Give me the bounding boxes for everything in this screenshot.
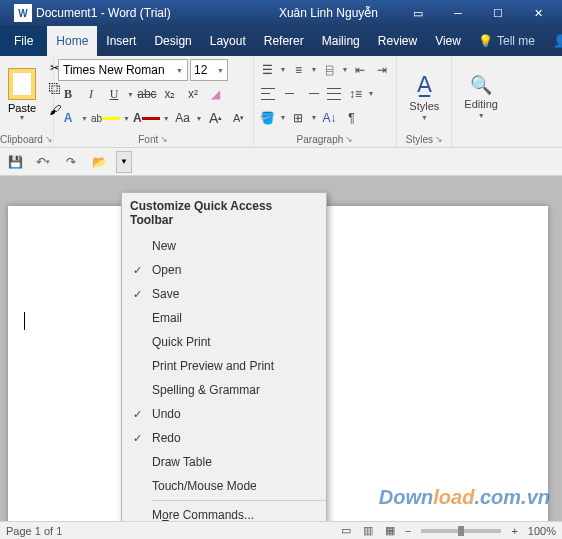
chevron-down-icon[interactable]: ▼ (310, 114, 317, 121)
menu-item-draw-table[interactable]: Draw Table (122, 450, 326, 474)
qat-customize-button[interactable]: ▼ (116, 151, 132, 173)
align-right-button[interactable] (302, 84, 322, 104)
read-mode-button[interactable]: ▭ (336, 523, 356, 539)
tab-insert[interactable]: Insert (97, 26, 145, 56)
change-case-button[interactable]: Aa (173, 108, 193, 128)
underline-button[interactable]: U (104, 84, 124, 104)
styles-group-label: Styles (406, 134, 433, 145)
font-name-combo[interactable]: Times New Roman▼ (58, 59, 188, 81)
menu-item-touch-mouse-mode[interactable]: Touch/Mouse Mode (122, 474, 326, 498)
text-effects-button[interactable]: A (58, 108, 78, 128)
font-size-combo[interactable]: 12▼ (190, 59, 228, 81)
tab-layout[interactable]: Layout (201, 26, 255, 56)
decrease-indent-button[interactable]: ⇤ (350, 60, 370, 80)
text-cursor (24, 312, 25, 330)
tab-home[interactable]: Home (47, 26, 97, 56)
chevron-down-icon[interactable]: ▼ (196, 115, 203, 122)
tell-me-search[interactable]: 💡 Tell me (470, 26, 543, 56)
editing-button[interactable]: 🔍 Editing ▼ (456, 58, 506, 131)
tab-mailings[interactable]: Mailing (313, 26, 369, 56)
font-color-button[interactable]: A (133, 108, 160, 128)
zoom-level[interactable]: 100% (528, 525, 556, 537)
menu-item-open[interactable]: ✓Open (122, 258, 326, 282)
dialog-launcher-icon[interactable]: ↘ (160, 134, 168, 144)
menu-item-save[interactable]: ✓Save (122, 282, 326, 306)
styles-icon: A̲ (417, 72, 432, 98)
shading-button[interactable]: 🪣 (258, 108, 278, 128)
print-layout-button[interactable]: ▥ (358, 523, 378, 539)
zoom-in-button[interactable]: + (511, 525, 517, 537)
styles-gallery-button[interactable]: A̲ Styles ▼ (401, 58, 447, 131)
chevron-down-icon[interactable]: ▼ (163, 115, 170, 122)
dialog-launcher-icon[interactable]: ↘ (45, 134, 53, 144)
chevron-down-icon[interactable]: ▼ (123, 115, 130, 122)
tab-references[interactable]: Referer (255, 26, 313, 56)
bullets-icon: ☰ (262, 63, 273, 77)
menu-item-new[interactable]: New (122, 234, 326, 258)
shrink-font-button[interactable]: A▾ (229, 108, 249, 128)
menu-item-spelling-grammar[interactable]: Spelling & Grammar (122, 378, 326, 402)
chevron-down-icon[interactable]: ▼ (280, 114, 287, 121)
qat-open-button[interactable]: 📂 (88, 151, 110, 173)
dialog-launcher-icon[interactable]: ↘ (435, 134, 443, 144)
italic-button[interactable]: I (81, 84, 101, 104)
font-group-label: Font (138, 134, 158, 145)
maximize-icon[interactable]: ☐ (478, 0, 518, 26)
subscript-button[interactable]: x₂ (160, 84, 180, 104)
tab-review[interactable]: Review (369, 26, 426, 56)
numbering-button[interactable]: ≡ (288, 60, 308, 80)
zoom-out-button[interactable]: − (405, 525, 411, 537)
menu-item-print-preview-and-print[interactable]: Print Preview and Print (122, 354, 326, 378)
justify-button[interactable] (324, 84, 344, 104)
dialog-launcher-icon[interactable]: ↘ (345, 134, 353, 144)
web-layout-button[interactable]: ▦ (380, 523, 400, 539)
line-spacing-button[interactable]: ↕≡ (346, 84, 366, 104)
qat-redo-button[interactable]: ↷ (60, 151, 82, 173)
grow-font-button[interactable]: A▴ (206, 108, 226, 128)
username-label[interactable]: Xuân Linh Nguyễn (279, 6, 378, 20)
menu-item-redo[interactable]: ✓Redo (122, 426, 326, 450)
highlight-button[interactable]: ab (91, 108, 120, 128)
clear-formatting-button[interactable]: ◢ (206, 84, 226, 104)
menu-item-undo[interactable]: ✓Undo (122, 402, 326, 426)
text: load (433, 486, 474, 508)
menu-item-quick-print[interactable]: Quick Print (122, 330, 326, 354)
qat-save-button[interactable]: 💾 (4, 151, 26, 173)
pilcrow-icon: ¶ (348, 111, 354, 125)
check-icon: ✓ (122, 432, 152, 445)
align-center-button[interactable] (280, 84, 300, 104)
share-button[interactable]: 👤 Share (543, 26, 562, 56)
chevron-down-icon[interactable]: ▼ (280, 66, 287, 73)
menu-item-email[interactable]: Email (122, 306, 326, 330)
ribbon-display-options-icon[interactable]: ▭ (398, 0, 438, 26)
styles-label: Styles (409, 100, 439, 112)
superscript-button[interactable]: x² (183, 84, 203, 104)
strikethrough-button[interactable]: abc (137, 84, 157, 104)
slider-thumb[interactable] (458, 526, 464, 536)
bold-button[interactable]: B (58, 84, 78, 104)
paste-button[interactable]: Paste ▼ (4, 58, 40, 130)
tab-design[interactable]: Design (145, 26, 200, 56)
qat-undo-button[interactable]: ↶▾ (32, 151, 54, 173)
align-left-button[interactable] (258, 84, 278, 104)
chevron-down-icon[interactable]: ▼ (368, 90, 375, 97)
tab-view[interactable]: View (426, 26, 470, 56)
chevron-down-icon[interactable]: ▼ (81, 115, 88, 122)
chevron-down-icon[interactable]: ▼ (310, 66, 317, 73)
bullets-button[interactable]: ☰ (258, 60, 278, 80)
align-left-icon (261, 88, 275, 100)
chevron-down-icon[interactable]: ▼ (341, 66, 348, 73)
increase-indent-button[interactable]: ⇥ (372, 60, 392, 80)
multilevel-list-button[interactable]: ⌸ (319, 60, 339, 80)
menu-item-label: Quick Print (152, 335, 326, 349)
tab-file[interactable]: File (0, 26, 47, 56)
zoom-slider[interactable] (421, 529, 501, 533)
sort-button[interactable]: A↓ (319, 108, 339, 128)
close-icon[interactable]: ✕ (518, 0, 558, 26)
page-info[interactable]: Page 1 of 1 (6, 525, 62, 537)
borders-button[interactable]: ⊞ (288, 108, 308, 128)
align-right-icon (305, 88, 319, 100)
chevron-down-icon[interactable]: ▼ (127, 91, 134, 98)
show-marks-button[interactable]: ¶ (341, 108, 361, 128)
minimize-icon[interactable]: ─ (438, 0, 478, 26)
